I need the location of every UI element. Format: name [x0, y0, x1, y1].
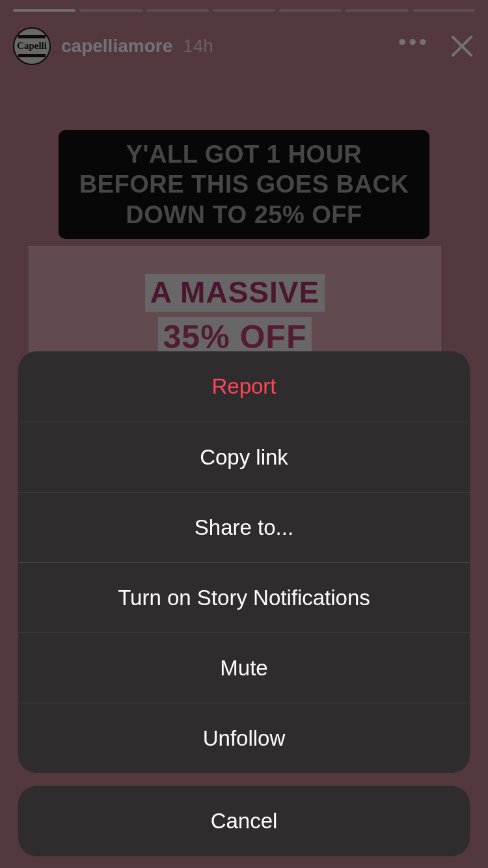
mute-option[interactable]: Mute — [18, 632, 470, 703]
action-sheet-container: ReportCopy linkShare to...Turn on Story … — [18, 351, 470, 856]
copy-link-option[interactable]: Copy link — [18, 422, 470, 492]
cancel-button[interactable]: Cancel — [18, 786, 470, 856]
sheet-item-label: Turn on Story Notifications — [118, 586, 370, 610]
sheet-item-label: Copy link — [200, 445, 288, 470]
cancel-label: Cancel — [211, 809, 278, 834]
sheet-item-label: Mute — [220, 656, 267, 681]
story-notifications-option[interactable]: Turn on Story Notifications — [18, 562, 470, 632]
action-sheet: ReportCopy linkShare to...Turn on Story … — [18, 351, 470, 773]
sheet-item-label: Share to... — [195, 515, 293, 540]
unfollow-option[interactable]: Unfollow — [18, 703, 470, 773]
report-option[interactable]: Report — [18, 351, 470, 422]
sheet-item-label: Report — [211, 374, 276, 399]
sheet-item-label: Unfollow — [203, 726, 286, 751]
share-to-option[interactable]: Share to... — [18, 492, 470, 562]
